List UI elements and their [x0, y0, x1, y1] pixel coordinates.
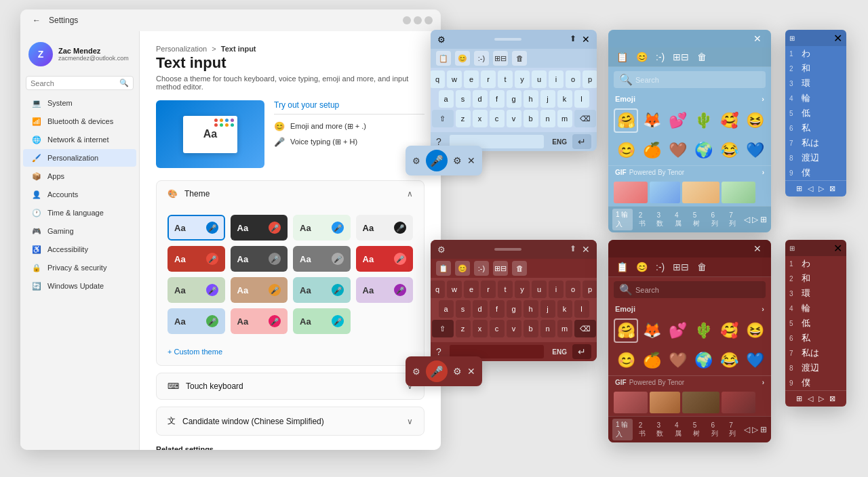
- cjk-row-輪[interactable]: 4輪: [785, 91, 846, 106]
- emoji-tool-sym-light[interactable]: ⊞⊟: [670, 50, 692, 64]
- theme-item-10[interactable]: Aa 🎤: [231, 277, 288, 303]
- cjk-row-渡辺[interactable]: 8渡辺: [785, 360, 846, 375]
- key-⇧[interactable]: ⇧: [432, 320, 454, 337]
- key-m[interactable]: m: [557, 110, 572, 127]
- key-n[interactable]: n: [540, 110, 555, 127]
- key-u[interactable]: u: [532, 70, 547, 88]
- key-a[interactable]: a: [439, 90, 454, 108]
- key-g[interactable]: g: [507, 300, 521, 318]
- emoji-cell-💕[interactable]: 💕: [665, 108, 690, 133]
- emoji-section-arrow-dark[interactable]: ›: [762, 305, 764, 313]
- emoji-section-arrow-light[interactable]: ›: [762, 95, 764, 103]
- emoji-cell-😆[interactable]: 😆: [743, 108, 767, 133]
- cjk-tb-3-dark[interactable]: ▷: [816, 393, 826, 405]
- gif-arrow-light[interactable]: ›: [762, 169, 764, 176]
- kb-mic-close-light[interactable]: ✕: [467, 155, 475, 166]
- key-i[interactable]: i: [549, 70, 564, 88]
- theme-item-12[interactable]: Aa 🎤: [356, 277, 414, 303]
- cjk-tb-2-light[interactable]: ◁: [806, 183, 815, 194]
- kb-tool-3-light[interactable]: :-): [474, 51, 489, 66]
- emoji-cell-💙[interactable]: 💙: [743, 138, 767, 163]
- ime-nav-left-light[interactable]: ◁: [744, 215, 750, 224]
- key-x[interactable]: x: [473, 320, 488, 337]
- ime-3-light[interactable]: 3 数: [653, 210, 669, 230]
- key-⇧[interactable]: ⇧: [432, 110, 454, 127]
- user-profile[interactable]: Z Zac Mendez zacmendez@outlook.com: [20, 37, 139, 72]
- sidebar-item-apps[interactable]: 📦Apps: [23, 167, 136, 185]
- emoji-tool-del-dark[interactable]: 🗑: [694, 260, 709, 274]
- cjk-expand-light[interactable]: ⊞: [789, 35, 795, 42]
- kb-tool-4-light[interactable]: ⊞⊟: [493, 51, 508, 66]
- kb-question-dark[interactable]: ?: [436, 346, 441, 357]
- cjk-row-わ[interactable]: 1わ: [785, 46, 846, 61]
- maximize-button[interactable]: □: [414, 16, 422, 24]
- kb-tool-1-light[interactable]: 📋: [436, 51, 451, 66]
- ime-2-dark[interactable]: 2 书: [635, 420, 651, 440]
- theme-item-5[interactable]: Aa 🎤: [167, 246, 225, 272]
- key-x[interactable]: x: [473, 110, 488, 127]
- ime-nav-grid-light[interactable]: ⊞: [760, 215, 767, 224]
- add-custom-theme[interactable]: + Custom theme: [157, 342, 424, 365]
- search-input[interactable]: [31, 79, 119, 87]
- cjk-tb-1-light[interactable]: ⊞: [794, 183, 804, 194]
- sidebar-item-accessibility[interactable]: ♿Accessibility: [23, 241, 136, 258]
- key-h[interactable]: h: [524, 90, 538, 108]
- ime-nav-right-light[interactable]: ▷: [752, 215, 758, 224]
- cjk-tb-1-dark[interactable]: ⊞: [794, 393, 804, 405]
- key-o[interactable]: o: [566, 281, 580, 298]
- emoji-search-input-light[interactable]: [635, 76, 760, 84]
- ime-input-dark[interactable]: 1 输入: [612, 419, 633, 440]
- theme-item-1[interactable]: Aa 🎤: [167, 215, 225, 241]
- sidebar-item-network[interactable]: 🌐Network & internet: [23, 131, 136, 148]
- key-v[interactable]: v: [507, 320, 521, 337]
- ime-5-light[interactable]: 5 树: [690, 210, 705, 230]
- key-t[interactable]: t: [498, 70, 513, 88]
- emoji-cell-🤎[interactable]: 🤎: [665, 348, 690, 373]
- candidate-window-header[interactable]: 文 Candidate window (Chinese Simplified) …: [157, 407, 424, 435]
- emoji-cell-🌵[interactable]: 🌵: [691, 108, 715, 133]
- close-button[interactable]: ✕: [425, 16, 433, 24]
- ime-2-light[interactable]: 2 书: [635, 210, 651, 230]
- key-t[interactable]: t: [498, 281, 513, 298]
- emoji-cell-🍊[interactable]: 🍊: [639, 138, 664, 163]
- key-m[interactable]: m: [557, 320, 572, 337]
- ime-4-dark[interactable]: 4 属: [671, 420, 687, 440]
- key-z[interactable]: z: [456, 110, 471, 127]
- theme-item-15[interactable]: Aa 🎤: [293, 308, 351, 334]
- emoji-cell-😂[interactable]: 😂: [717, 348, 741, 373]
- emoji-cell-😂[interactable]: 😂: [717, 138, 741, 163]
- kb-enter-dark[interactable]: ↵: [572, 344, 591, 359]
- emoji-cell-🍊[interactable]: 🍊: [639, 348, 664, 373]
- sidebar-item-personalization[interactable]: 🖌️Personalization: [23, 149, 136, 167]
- kb-close-icon-dark[interactable]: ✕: [582, 244, 590, 255]
- key-c[interactable]: c: [490, 320, 505, 337]
- sidebar-item-accounts[interactable]: 👤Accounts: [23, 186, 136, 203]
- key-c[interactable]: c: [490, 110, 505, 127]
- key-u[interactable]: u: [532, 281, 547, 298]
- emoji-cell-🌵[interactable]: 🌵: [691, 318, 715, 343]
- emoji-cell-🥰[interactable]: 🥰: [717, 318, 741, 343]
- cjk-row-低[interactable]: 5低: [785, 316, 846, 331]
- cjk-row-わ[interactable]: 1わ: [785, 256, 846, 271]
- key-i[interactable]: i: [549, 281, 564, 298]
- emoji-cell-🥰[interactable]: 🥰: [717, 108, 741, 133]
- kb-tool-5-light[interactable]: 🗑: [512, 51, 527, 66]
- try-voice-option[interactable]: 🎤 Voice typing (⊞ + H): [274, 137, 425, 147]
- cjk-row-私[interactable]: 6私: [785, 331, 846, 346]
- cjk-row-低[interactable]: 5低: [785, 106, 846, 121]
- kb-mic-button-light[interactable]: 🎤: [426, 150, 448, 171]
- theme-item-13[interactable]: Aa 🎤: [167, 308, 225, 334]
- emoji-tool-clip-light[interactable]: 📋: [614, 50, 631, 64]
- theme-item-7[interactable]: Aa 🎤: [293, 246, 351, 272]
- key-⌫[interactable]: ⌫: [574, 110, 596, 127]
- key-v[interactable]: v: [507, 110, 521, 127]
- theme-item-8[interactable]: Aa 🎤: [356, 246, 414, 272]
- key-k[interactable]: k: [557, 90, 572, 108]
- cjk-row-私は[interactable]: 7私は: [785, 136, 846, 150]
- key-e[interactable]: e: [464, 281, 479, 298]
- key-r[interactable]: r: [481, 70, 496, 88]
- cjk-tb-2-dark[interactable]: ◁: [806, 393, 815, 405]
- sidebar-item-privacy[interactable]: 🔒Privacy & security: [23, 259, 136, 276]
- back-button[interactable]: ←: [28, 12, 45, 28]
- key-f[interactable]: f: [490, 300, 505, 318]
